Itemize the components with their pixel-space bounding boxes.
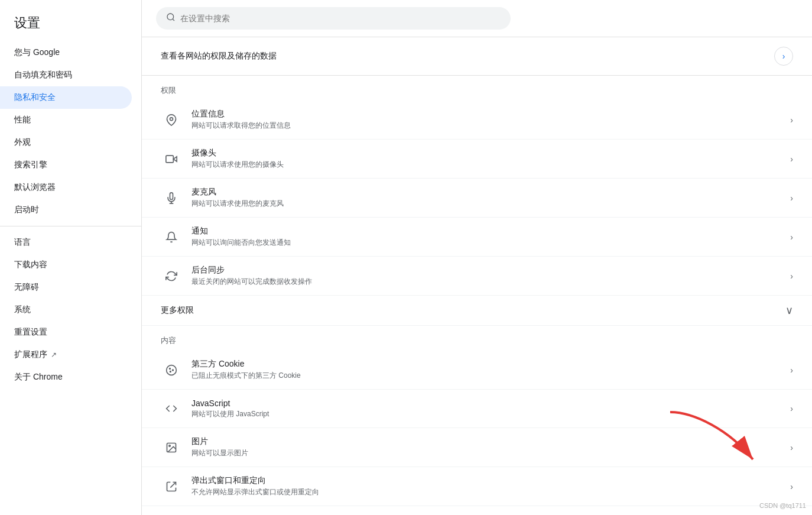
microphone-icon <box>161 187 182 209</box>
cookies-row[interactable]: 第三方 Cookie 已阻止无痕模式下的第三方 Cookie › <box>142 351 812 390</box>
camera-desc: 网站可以请求使用您的摄像头 <box>191 160 785 170</box>
sidebar-item-label-performance: 性能 <box>14 115 31 125</box>
images-icon <box>161 437 182 458</box>
more-permissions-label: 更多权限 <box>161 305 194 316</box>
more-permissions-row[interactable]: 更多权限 ∨ <box>142 296 812 326</box>
sidebar-item-label-about: 关于 Chrome <box>14 372 63 383</box>
main-panel: 查看各网站的权限及储存的数据 › 权限 位置信息 网站可以请求取得您的位置信息 … <box>142 0 812 515</box>
background-sync-title: 后台同步 <box>191 265 785 276</box>
notification-text: 通知 网站可以询问能否向您发送通知 <box>191 226 785 248</box>
search-input[interactable] <box>180 14 501 23</box>
background-sync-desc: 最近关闭的网站可以完成数据收发操作 <box>191 277 785 287</box>
javascript-arrow: › <box>790 404 793 413</box>
sidebar-item-autofill[interactable]: 自动填充和密码 <box>0 64 132 86</box>
search-box[interactable] <box>156 7 511 30</box>
sidebar-item-about[interactable]: 关于 Chrome <box>0 366 132 388</box>
sidebar-item-system[interactable]: 系统 <box>0 299 132 321</box>
cookies-title: 第三方 Cookie <box>191 359 785 370</box>
images-text: 图片 网站可以显示图片 <box>191 436 785 458</box>
sidebar-item-downloads[interactable]: 下载内容 <box>0 254 132 276</box>
notification-desc: 网站可以询问能否向您发送通知 <box>191 238 785 248</box>
javascript-text: JavaScript 网站可以使用 JavaScript <box>191 399 785 419</box>
images-title: 图片 <box>191 436 785 447</box>
javascript-desc: 网站可以使用 JavaScript <box>191 409 785 419</box>
site-data-row[interactable]: 查看各网站的权限及储存的数据 › <box>142 37 812 76</box>
cookies-text: 第三方 Cookie 已阻止无痕模式下的第三方 Cookie <box>191 359 785 381</box>
sidebar-item-label-google: 您与 Google <box>14 47 60 58</box>
notification-icon <box>161 226 182 248</box>
content-area: 查看各网站的权限及储存的数据 › 权限 位置信息 网站可以请求取得您的位置信息 … <box>142 37 812 515</box>
popup-icon <box>161 476 182 497</box>
javascript-title: JavaScript <box>191 399 785 408</box>
external-link-icon: ↗ <box>51 351 57 359</box>
svg-point-7 <box>170 368 171 369</box>
camera-title: 摄像头 <box>191 148 785 158</box>
location-icon <box>161 109 182 131</box>
cookie-icon <box>161 359 182 381</box>
header <box>142 0 812 37</box>
svg-rect-3 <box>166 156 174 163</box>
sidebar-item-accessibility[interactable]: 无障碍 <box>0 276 132 299</box>
popups-arrow: › <box>790 482 793 491</box>
sidebar-item-default-browser[interactable]: 默认浏览器 <box>0 176 132 199</box>
location-desc: 网站可以请求取得您的位置信息 <box>191 121 785 131</box>
javascript-icon <box>161 398 182 419</box>
location-text: 位置信息 网站可以请求取得您的位置信息 <box>191 109 785 131</box>
location-row[interactable]: 位置信息 网站可以请求取得您的位置信息 › <box>142 101 812 140</box>
sidebar-item-reset[interactable]: 重置设置 <box>0 321 132 344</box>
sidebar-item-appearance[interactable]: 外观 <box>0 131 132 154</box>
sidebar-item-performance[interactable]: 性能 <box>0 109 132 131</box>
svg-point-11 <box>169 445 171 446</box>
cookies-desc: 已阻止无痕模式下的第三方 Cookie <box>191 371 785 381</box>
svg-point-9 <box>170 371 171 372</box>
camera-row[interactable]: 摄像头 网站可以请求使用您的摄像头 › <box>142 140 812 179</box>
sidebar-item-label-system: 系统 <box>14 305 31 315</box>
sidebar-item-label-search-engine: 搜索引擎 <box>14 160 47 170</box>
sidebar-item-language[interactable]: 语言 <box>0 231 132 254</box>
sidebar-item-privacy[interactable]: 隐私和安全 <box>0 86 132 109</box>
site-data-label: 查看各网站的权限及储存的数据 <box>161 51 277 61</box>
camera-text: 摄像头 网站可以请求使用您的摄像头 <box>191 148 785 170</box>
content-section-header: 内容 <box>142 326 812 351</box>
javascript-row[interactable]: JavaScript 网站可以使用 JavaScript › <box>142 390 812 428</box>
site-data-arrow-button[interactable]: › <box>774 47 793 66</box>
sidebar-item-search-engine[interactable]: 搜索引擎 <box>0 154 132 176</box>
svg-point-8 <box>173 370 174 371</box>
more-content-row[interactable]: 更多内容设置 ∨ <box>142 506 812 515</box>
popups-text: 弹出式窗口和重定向 不允许网站显示弹出式窗口或使用重定向 <box>191 475 785 497</box>
sidebar-item-label-reset: 重置设置 <box>14 327 47 338</box>
sidebar-item-extensions[interactable]: 扩展程序↗ <box>0 344 132 366</box>
images-row[interactable]: 图片 网站可以显示图片 › <box>142 428 812 467</box>
location-title: 位置信息 <box>191 109 785 119</box>
camera-icon <box>161 148 182 170</box>
sidebar-item-label-appearance: 外观 <box>14 137 31 148</box>
sidebar-item-label-accessibility: 无障碍 <box>14 282 39 293</box>
sidebar-item-label-default-browser: 默认浏览器 <box>14 182 56 193</box>
location-arrow: › <box>790 115 793 125</box>
notification-arrow: › <box>790 232 793 242</box>
background-sync-row[interactable]: 后台同步 最近关闭的网站可以完成数据收发操作 › <box>142 257 812 296</box>
sidebar-item-label-privacy: 隐私和安全 <box>14 92 56 103</box>
microphone-title: 麦克风 <box>191 187 785 197</box>
notification-row[interactable]: 通知 网站可以询问能否向您发送通知 › <box>142 218 812 257</box>
notification-title: 通知 <box>191 226 785 237</box>
sidebar-item-startup[interactable]: 启动时 <box>0 199 132 221</box>
microphone-desc: 网站可以请求使用您的麦克风 <box>191 199 785 209</box>
background-sync-text: 后台同步 最近关闭的网站可以完成数据收发操作 <box>191 265 785 287</box>
search-icon <box>166 12 176 24</box>
popups-row[interactable]: 弹出式窗口和重定向 不允许网站显示弹出式窗口或使用重定向 › <box>142 467 812 506</box>
svg-point-0 <box>167 14 174 20</box>
app-title: 设置 <box>0 9 141 41</box>
popups-desc: 不允许网站显示弹出式窗口或使用重定向 <box>191 487 785 497</box>
popups-title: 弹出式窗口和重定向 <box>191 475 785 486</box>
microphone-arrow: › <box>790 193 793 203</box>
images-arrow: › <box>790 443 793 452</box>
svg-point-2 <box>170 117 173 120</box>
camera-arrow: › <box>790 154 793 164</box>
cookies-arrow: › <box>790 365 793 375</box>
sidebar-item-google[interactable]: 您与 Google <box>0 41 132 64</box>
sidebar: 设置 您与 Google自动填充和密码隐私和安全性能外观搜索引擎默认浏览器启动时… <box>0 0 142 515</box>
permissions-header: 权限 <box>142 76 812 101</box>
sync-icon <box>161 265 182 287</box>
microphone-row[interactable]: 麦克风 网站可以请求使用您的麦克风 › <box>142 179 812 218</box>
